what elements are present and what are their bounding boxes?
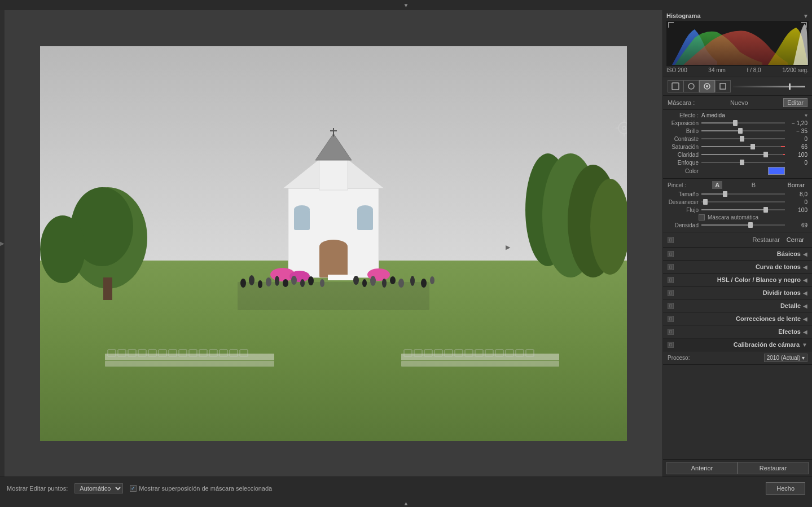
- effect-value: A medida: [701, 112, 805, 118]
- histogram-section: Histograma ▼: [663, 10, 812, 77]
- section-dividir-tonos[interactable]: □ Dividir tonos ◀: [663, 286, 812, 299]
- svg-point-32: [283, 279, 288, 287]
- cerrar-button[interactable]: Cerrar: [783, 235, 807, 244]
- desvanecer-slider[interactable]: [701, 199, 785, 205]
- tool-icons-row: [663, 77, 812, 96]
- mask-editar-button[interactable]: Editar: [783, 98, 807, 107]
- svg-point-35: [308, 276, 314, 285]
- section-efectos[interactable]: □ Efectos ◀: [663, 325, 812, 338]
- section-curva-tonos[interactable]: □ Curva de tonos ◀: [663, 261, 812, 274]
- curva-tonos-title: Curva de tonos: [674, 263, 801, 270]
- restaurar-button[interactable]: Restaurar: [749, 235, 783, 244]
- exposicion-slider[interactable]: [701, 120, 785, 126]
- mascara-auto-row: Máscara automática: [699, 214, 807, 221]
- flujo-slider[interactable]: [701, 206, 785, 213]
- svg-rect-49: [401, 361, 559, 367]
- process-row: Proceso: 2010 (Actual) ▾: [668, 354, 807, 362]
- mask-section: Máscara : Nuevo Editar: [663, 96, 812, 110]
- densidad-slider[interactable]: [701, 222, 785, 228]
- dividir-tonos-toggle[interactable]: □: [668, 290, 674, 296]
- effect-header-row: Efecto : A medida ▾: [668, 112, 807, 118]
- calibracion-toggle[interactable]: □: [668, 342, 674, 348]
- histogram-dropdown[interactable]: ▼: [803, 13, 809, 19]
- contraste-row: Contraste 0: [668, 135, 807, 142]
- tool-target[interactable]: [699, 80, 715, 92]
- exposure-tool-slider[interactable]: [733, 86, 805, 87]
- mascara-auto-checkbox[interactable]: [699, 214, 705, 221]
- detalle-toggle[interactable]: □: [668, 303, 674, 309]
- proceso-value[interactable]: 2010 (Actual) ▾: [764, 354, 807, 362]
- efectos-toggle[interactable]: □: [668, 329, 674, 335]
- svg-point-39: [370, 276, 376, 286]
- saturacion-slider[interactable]: [701, 143, 785, 150]
- hsl-arrow: ◀: [803, 277, 807, 283]
- left-panel-arrow[interactable]: ▶: [0, 240, 5, 246]
- restaurar-panel-button[interactable]: Restaurar: [738, 462, 809, 474]
- section-calibracion[interactable]: □ Calibración de cámara ▼: [663, 338, 812, 351]
- bottom-footer: ▲: [0, 499, 812, 507]
- svg-point-38: [362, 279, 367, 287]
- correcciones-lente-toggle[interactable]: □: [668, 316, 674, 322]
- curva-tonos-toggle[interactable]: □: [668, 264, 674, 270]
- effect-dropdown-icon[interactable]: ▾: [805, 112, 807, 118]
- mask-label: Máscara :: [668, 99, 695, 106]
- svg-point-19: [294, 205, 310, 214]
- top-bar-arrow[interactable]: ▼: [403, 2, 409, 8]
- bottom-panel-buttons: Anterior Restaurar: [663, 459, 812, 477]
- detalle-title: Detalle: [674, 302, 801, 309]
- automatico-select[interactable]: Automático: [74, 483, 123, 493]
- svg-point-31: [275, 276, 279, 286]
- desvanecer-row: Desvanecer 0: [668, 199, 807, 205]
- svg-rect-83: [672, 83, 679, 90]
- anterior-button[interactable]: Anterior: [666, 462, 738, 474]
- superposicion-checkbox[interactable]: ✓: [130, 485, 137, 492]
- claridad-slider[interactable]: [701, 151, 785, 158]
- photo-container: [40, 46, 627, 441]
- right-edge-arrow[interactable]: ▶: [506, 244, 510, 251]
- svg-point-30: [266, 277, 271, 286]
- brillo-slider[interactable]: [701, 127, 785, 134]
- histogram-svg: [666, 21, 809, 66]
- svg-point-5: [40, 215, 85, 283]
- hecho-button[interactable]: Hecho: [766, 482, 805, 495]
- histogram-info: ISO 200 34 mm f / 8,0 1/200 seg.: [666, 66, 809, 74]
- tamano-label: Tamaño: [668, 191, 699, 197]
- svg-rect-12: [319, 159, 348, 190]
- pincel-borrar-button[interactable]: Borrar: [784, 181, 807, 189]
- histogram-header: Histograma ▼: [666, 12, 809, 19]
- dividir-tonos-title: Dividir tonos: [674, 289, 801, 296]
- restore-toggle[interactable]: □: [668, 237, 674, 243]
- enfoque-slider[interactable]: [701, 159, 785, 166]
- saturacion-value: 66: [788, 144, 807, 150]
- section-detalle[interactable]: □ Detalle ◀: [663, 299, 812, 312]
- svg-rect-87: [720, 83, 726, 89]
- svg-point-28: [249, 275, 254, 285]
- svg-point-37: [353, 276, 359, 285]
- svg-point-17: [319, 240, 348, 253]
- bottom-footer-arrow[interactable]: ▲: [403, 500, 409, 506]
- desvanecer-value: 0: [788, 199, 807, 205]
- tool-square[interactable]: [715, 80, 731, 92]
- pincel-b-button[interactable]: B: [749, 181, 758, 189]
- effect-section: Efecto : A medida ▾ Exposición − 1,20: [663, 110, 812, 179]
- bottom-left: Mostrar Editar puntos: Automático ✓ Most…: [7, 483, 766, 493]
- tool-circle[interactable]: [683, 80, 699, 92]
- correcciones-lente-arrow: ◀: [803, 316, 807, 322]
- basicos-arrow: ◀: [803, 251, 807, 257]
- mask-nuevo-button[interactable]: Nuevo: [728, 99, 750, 107]
- basicos-toggle[interactable]: □: [668, 251, 674, 257]
- svg-point-41: [390, 276, 396, 284]
- densidad-value: 69: [788, 222, 807, 228]
- right-panel-scroll[interactable]: Efecto : A medida ▾ Exposición − 1,20: [663, 110, 812, 459]
- restore-section: □ Restaurar Cerrar: [663, 232, 812, 248]
- tamano-slider[interactable]: [701, 191, 785, 197]
- densidad-row: Densidad 69: [668, 222, 807, 228]
- contraste-slider[interactable]: [701, 135, 785, 142]
- tool-crop[interactable]: [668, 80, 683, 92]
- section-basicos[interactable]: □ Básicos ◀: [663, 248, 812, 261]
- color-swatch[interactable]: [768, 167, 785, 175]
- section-correcciones-lente[interactable]: □ Correcciones de lente ◀: [663, 312, 812, 325]
- hsl-toggle[interactable]: □: [668, 277, 674, 283]
- section-hsl[interactable]: □ HSL / Color / Blanco y negro ◀: [663, 274, 812, 286]
- pincel-a-button[interactable]: A: [712, 181, 722, 189]
